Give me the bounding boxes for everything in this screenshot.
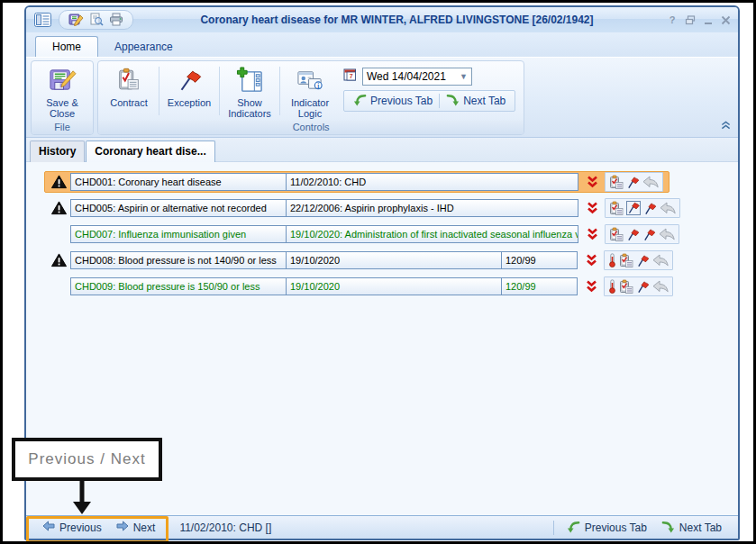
reply-gray-icon[interactable] — [642, 176, 659, 188]
reply-gray-icon[interactable] — [652, 254, 669, 267]
flag-icon[interactable] — [636, 280, 650, 294]
next-button[interactable]: Next — [109, 521, 163, 534]
previous-tab-button-statusbar[interactable]: Previous Tab — [560, 520, 654, 536]
ribbon-separator — [219, 67, 220, 115]
clipboard-icon[interactable] — [619, 279, 633, 295]
previous-tab-label: Previous Tab — [585, 521, 647, 534]
indicator-field[interactable]: 120/99 — [501, 277, 578, 295]
indicator-field[interactable]: CHD001: Coronary heart disease — [70, 173, 287, 191]
row-action-icons — [605, 224, 679, 244]
ribbon-collapse-icon[interactable] — [721, 117, 731, 133]
indicator-row[interactable]: CHD009: Blood pressure is 150/90 or less… — [44, 276, 679, 297]
print-icon[interactable] — [109, 13, 123, 27]
chevron-double-down-icon[interactable] — [587, 202, 598, 214]
minimize-icon[interactable] — [704, 15, 713, 25]
title-bar: Coronary heart disease for MR WINTER, AL… — [26, 7, 738, 32]
show-indicators-button[interactable]: Show Indicators — [222, 63, 278, 119]
print-preview-icon[interactable] — [89, 13, 104, 27]
indicator-logic-button[interactable]: i Indicator Logic — [282, 63, 338, 119]
indicator-field[interactable]: 120/99 — [501, 251, 578, 269]
flag-icon[interactable] — [642, 228, 656, 241]
chevron-double-down-icon[interactable] — [587, 228, 598, 240]
quick-access-toolbar — [59, 10, 133, 30]
chevron-double-down-icon[interactable] — [587, 176, 598, 188]
indicator-field[interactable]: 11/02/2010: CHD — [286, 173, 578, 191]
date-picker-value: Wed 14/04/2021 — [367, 70, 460, 83]
group-label-file: File — [32, 121, 93, 134]
row-action-icons — [604, 250, 673, 270]
tab-coronary-heart-disease[interactable]: Coronary heart dise... — [86, 141, 214, 162]
save-close-label: Save & Close — [36, 97, 88, 119]
indicator-logic-label: Indicator Logic — [284, 97, 336, 119]
restore-icon[interactable] — [685, 15, 696, 25]
indicator-row[interactable]: CHD001: Coronary heart disease11/02/2010… — [44, 171, 669, 193]
indicator-row[interactable]: CHD005: Aspirin or alternative not recor… — [44, 197, 687, 219]
curve-arrow-left-icon — [567, 520, 580, 536]
flag-icon[interactable] — [626, 176, 640, 189]
chevron-double-down-icon[interactable] — [586, 254, 597, 267]
row-action-icons — [605, 198, 680, 218]
screenshot-frame: Coronary heart disease for MR WINTER, AL… — [0, 0, 756, 544]
flag-icon[interactable] — [643, 202, 657, 215]
flag-icon[interactable] — [626, 228, 640, 241]
document-tabs: History Coronary heart dise... — [26, 138, 738, 161]
indicator-field[interactable]: CHD007: Influenza immunisation given — [70, 225, 287, 243]
annotation-callout: Previous / Next — [12, 438, 162, 481]
exception-button[interactable]: Exception — [161, 63, 217, 119]
warning-icon — [50, 175, 67, 189]
tab-home[interactable]: Home — [35, 36, 98, 58]
save-close-icon — [49, 67, 77, 95]
warning-icon — [50, 253, 67, 267]
indicator-field[interactable]: 19/10/2020 — [286, 277, 502, 295]
contract-button[interactable]: Contract — [101, 63, 157, 119]
next-tab-button[interactable]: Next Tab — [442, 93, 510, 109]
arrow-left-blue-icon — [42, 521, 55, 534]
ribbon-separator — [159, 67, 159, 115]
previous-button[interactable]: Previous — [35, 521, 109, 534]
tabnav-separator — [439, 94, 440, 108]
flag-icon[interactable] — [636, 254, 650, 267]
save-close-button[interactable]: Save & Close — [34, 63, 90, 119]
flag-framed-icon[interactable] — [626, 201, 641, 215]
clipboard-icon[interactable] — [609, 227, 624, 242]
row-action-icons — [604, 277, 673, 296]
indicator-field[interactable]: CHD005: Aspirin or alternative not recor… — [70, 199, 287, 217]
date-picker[interactable]: Wed 14/04/2021 ▼ — [362, 68, 472, 86]
reply-gray-icon[interactable] — [652, 280, 669, 293]
curve-arrow-left-icon — [353, 93, 367, 109]
indicator-field[interactable]: CHD008: Blood pressure is not 140/90 or … — [70, 251, 287, 269]
indicator-field[interactable]: CHD009: Blood pressure is 150/90 or less — [70, 277, 287, 295]
thermometer-icon[interactable] — [608, 253, 616, 267]
arrow-right-blue-icon — [116, 521, 129, 534]
tab-history[interactable]: History — [30, 141, 85, 162]
close-icon[interactable] — [721, 15, 731, 25]
reply-gray-icon[interactable] — [660, 202, 676, 214]
indicator-row[interactable]: CHD008: Blood pressure is not 140/90 or … — [44, 249, 679, 271]
thermometer-icon[interactable] — [608, 279, 616, 294]
tab-appearance[interactable]: Appearance — [98, 37, 189, 58]
ribbon-tabnav: Previous Tab Next Tab — [343, 90, 515, 112]
save-icon[interactable] — [68, 13, 84, 27]
ribbon-group-controls: Contract Exception Show Indicators i — [97, 60, 524, 135]
row-action-icons — [605, 172, 663, 192]
indicator-field[interactable]: 22/12/2006: Aspirin prophylaxis - IHD — [286, 199, 578, 217]
clipboard-icon[interactable] — [609, 201, 624, 216]
indicator-field[interactable]: 19/10/2020 — [286, 251, 502, 269]
clipboard-icon[interactable] — [609, 175, 624, 190]
curve-arrow-right-icon — [661, 520, 675, 536]
chevron-double-down-icon[interactable] — [586, 280, 597, 293]
chevron-down-icon: ▼ — [460, 72, 468, 81]
indicator-row[interactable]: CHD007: Influenza immunisation given19/1… — [44, 223, 686, 245]
previous-tab-button[interactable]: Previous Tab — [349, 93, 437, 109]
reply-gray-icon[interactable] — [659, 228, 675, 240]
list-menu-icon[interactable] — [33, 12, 51, 28]
exception-icon — [176, 67, 203, 95]
statusbar-separator — [168, 521, 169, 535]
indicator-field[interactable]: 19/10/2020: Administration of first inac… — [286, 225, 578, 243]
clipboard-icon[interactable] — [619, 253, 633, 268]
statusbar-separator — [553, 521, 554, 535]
next-tab-button-statusbar[interactable]: Next Tab — [654, 520, 729, 536]
indicator-logic-icon: i — [296, 67, 324, 95]
ribbon-tab-strip: Home Appearance — [26, 32, 738, 57]
help-icon[interactable]: ? — [668, 14, 677, 25]
